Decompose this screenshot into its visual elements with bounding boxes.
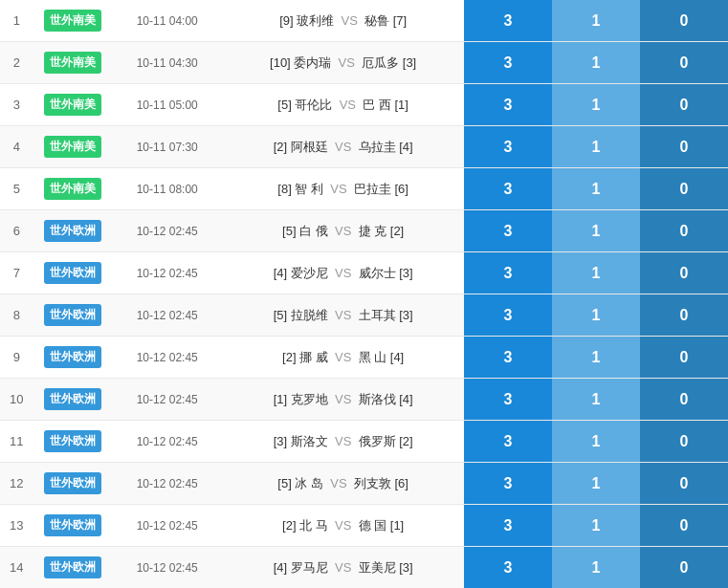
row-teams: [4] 爱沙尼 VS 威尔士 [3] (222, 252, 464, 294)
vs-label: VS (335, 350, 351, 364)
row-num: 13 (0, 505, 33, 547)
score-2[interactable]: 1 (552, 421, 640, 463)
row-teams: [5] 拉脱维 VS 土耳其 [3] (222, 294, 464, 337)
row-time: 10-11 04:30 (112, 42, 222, 84)
row-league: 世外欧洲 (33, 421, 112, 463)
score-2[interactable]: 1 (552, 42, 640, 84)
score-2[interactable]: 1 (552, 252, 640, 294)
row-num: 7 (0, 252, 33, 294)
team-b: 俄罗斯 [2] (359, 434, 413, 448)
row-num: 8 (0, 294, 33, 337)
main-container: 1 世外南美 10-11 04:00 [9] 玻利维 VS 秘鲁 [7] 3 1… (0, 0, 728, 588)
score-3[interactable]: 0 (640, 168, 728, 210)
score-1[interactable]: 3 (464, 294, 552, 337)
score-1[interactable]: 3 (464, 421, 552, 463)
row-time: 10-12 02:45 (112, 337, 222, 379)
row-league: 世外欧洲 (33, 337, 112, 379)
score-3[interactable]: 0 (640, 294, 728, 337)
team-b: 乌拉圭 [4] (359, 140, 413, 154)
score-2[interactable]: 1 (552, 505, 640, 547)
row-num: 6 (0, 210, 33, 252)
league-badge: 世外欧洲 (44, 514, 101, 536)
score-3[interactable]: 0 (640, 126, 728, 168)
score-1[interactable]: 3 (464, 42, 552, 84)
score-1[interactable]: 3 (464, 210, 552, 252)
score-3[interactable]: 0 (640, 42, 728, 84)
league-badge: 世外欧洲 (44, 556, 101, 578)
row-league: 世外欧洲 (33, 547, 112, 589)
score-1[interactable]: 3 (464, 168, 552, 210)
score-1[interactable]: 3 (464, 0, 552, 42)
score-2[interactable]: 1 (552, 379, 640, 421)
row-num: 2 (0, 42, 33, 84)
row-league: 世外南美 (33, 168, 112, 210)
score-1[interactable]: 3 (464, 505, 552, 547)
team-b: 斯洛伐 [4] (359, 392, 413, 406)
score-2[interactable]: 1 (552, 168, 640, 210)
row-num: 10 (0, 379, 33, 421)
row-num: 3 (0, 84, 33, 126)
table-row: 2 世外南美 10-11 04:30 [10] 委内瑞 VS 厄瓜多 [3] 3… (0, 42, 728, 84)
score-2[interactable]: 1 (552, 0, 640, 42)
row-time: 10-11 07:30 (112, 126, 222, 168)
team-b: 厄瓜多 [3] (362, 55, 416, 70)
league-badge: 世外欧洲 (44, 220, 101, 242)
league-badge: 世外欧洲 (44, 430, 101, 452)
score-3[interactable]: 0 (640, 252, 728, 294)
row-teams: [5] 白 俄 VS 捷 克 [2] (222, 210, 464, 252)
row-time: 10-12 02:45 (112, 252, 222, 294)
score-3[interactable]: 0 (640, 421, 728, 463)
score-3[interactable]: 0 (640, 547, 728, 589)
row-time: 10-12 02:45 (112, 210, 222, 252)
row-time: 10-12 02:45 (112, 547, 222, 589)
row-time: 10-12 02:45 (112, 463, 222, 505)
score-3[interactable]: 0 (640, 379, 728, 421)
row-league: 世外欧洲 (33, 294, 112, 337)
team-b: 黑 山 [4] (359, 350, 405, 364)
league-badge: 世外欧洲 (44, 304, 101, 326)
score-1[interactable]: 3 (464, 379, 552, 421)
score-3[interactable]: 0 (640, 0, 728, 42)
team-b: 列支敦 [6] (354, 476, 408, 490)
score-3[interactable]: 0 (640, 210, 728, 252)
score-2[interactable]: 1 (552, 84, 640, 126)
row-league: 世外欧洲 (33, 379, 112, 421)
score-2[interactable]: 1 (552, 337, 640, 379)
table-row: 11 世外欧洲 10-12 02:45 [3] 斯洛文 VS 俄罗斯 [2] 3… (0, 421, 728, 463)
score-2[interactable]: 1 (552, 547, 640, 589)
team-b: 威尔士 [3] (359, 266, 413, 280)
vs-label: VS (340, 98, 356, 112)
score-1[interactable]: 3 (464, 252, 552, 294)
table-row: 8 世外欧洲 10-12 02:45 [5] 拉脱维 VS 土耳其 [3] 3 … (0, 294, 728, 337)
score-3[interactable]: 0 (640, 463, 728, 505)
score-3[interactable]: 0 (640, 337, 728, 379)
score-1[interactable]: 3 (464, 337, 552, 379)
vs-label: VS (335, 392, 351, 406)
score-1[interactable]: 3 (464, 547, 552, 589)
row-league: 世外南美 (33, 126, 112, 168)
league-badge: 世外南美 (44, 52, 101, 74)
team-a: [2] 北 马 (282, 518, 328, 533)
score-3[interactable]: 0 (640, 505, 728, 547)
row-teams: [10] 委内瑞 VS 厄瓜多 [3] (222, 42, 464, 84)
team-a: [1] 克罗地 (274, 392, 328, 406)
score-2[interactable]: 1 (552, 294, 640, 337)
row-time: 10-12 02:45 (112, 294, 222, 337)
row-teams: [4] 罗马尼 VS 亚美尼 [3] (222, 547, 464, 589)
vs-label: VS (330, 182, 346, 196)
table-row: 6 世外欧洲 10-12 02:45 [5] 白 俄 VS 捷 克 [2] 3 … (0, 210, 728, 252)
league-badge: 世外欧洲 (44, 346, 101, 368)
score-3[interactable]: 0 (640, 84, 728, 126)
league-badge: 世外南美 (44, 178, 101, 200)
table-row: 5 世外南美 10-11 08:00 [8] 智 利 VS 巴拉圭 [6] 3 … (0, 168, 728, 210)
score-2[interactable]: 1 (552, 463, 640, 505)
score-1[interactable]: 3 (464, 463, 552, 505)
score-1[interactable]: 3 (464, 84, 552, 126)
team-a: [8] 智 利 (277, 182, 323, 196)
row-num: 11 (0, 421, 33, 463)
score-2[interactable]: 1 (552, 126, 640, 168)
score-1[interactable]: 3 (464, 126, 552, 168)
row-num: 4 (0, 126, 33, 168)
table-row: 3 世外南美 10-11 05:00 [5] 哥伦比 VS 巴 西 [1] 3 … (0, 84, 728, 126)
score-2[interactable]: 1 (552, 210, 640, 252)
